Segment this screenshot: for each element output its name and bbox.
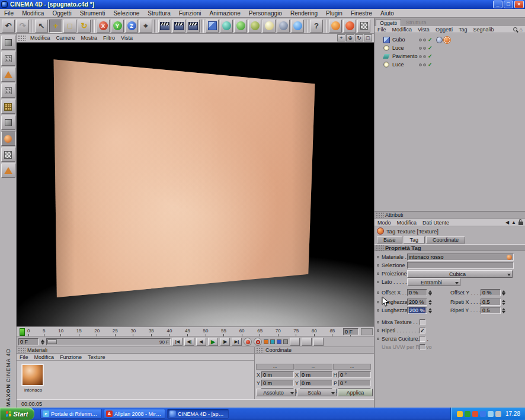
menu-finestre[interactable]: Finestre — [347, 9, 376, 17]
polygons-mode-icon[interactable] — [1, 116, 15, 130]
play-button[interactable]: ▶ — [208, 338, 218, 346]
live-selection-icon[interactable]: ↖ — [35, 20, 48, 33]
range-slider-handle[interactable] — [47, 339, 57, 344]
keyframe-selection-button[interactable] — [290, 338, 300, 346]
vp-menu-vista[interactable]: Vista — [118, 35, 136, 41]
object-row-luce1[interactable]: Luce ✓ — [374, 44, 525, 52]
texture-mode-icon[interactable] — [1, 132, 15, 146]
render-visibility-toggle[interactable] — [423, 63, 426, 66]
taskbar-item-allplan[interactable]: A Allplan 2008 - Mirco -... — [104, 409, 165, 419]
lunghezza-y-field[interactable]: 200 % — [407, 307, 427, 314]
current-frame-field[interactable]: 0 F — [18, 338, 39, 345]
anim-dot-icon[interactable] — [377, 301, 379, 303]
goto-end-button[interactable]: ▶| — [232, 338, 242, 346]
rotate-view-icon[interactable]: ↻ — [355, 34, 363, 41]
taskbar-item-portale[interactable]: e Portale di Riferimento... — [40, 409, 102, 419]
ripeti-y-field[interactable]: 0.5 — [481, 307, 501, 314]
playback-options-button[interactable] — [302, 338, 312, 346]
help-icon[interactable]: ? — [310, 20, 323, 33]
rotation-column-header[interactable]: ... — [333, 364, 371, 370]
prev-key-button[interactable]: ◀| — [184, 338, 194, 346]
tab-struttura[interactable]: Struttura — [402, 19, 430, 26]
anim-dot-icon[interactable] — [377, 291, 379, 294]
texture-axis-mode-icon[interactable] — [1, 148, 15, 162]
material-thumbnail[interactable] — [21, 364, 44, 386]
phong-tag-icon[interactable] — [436, 37, 443, 43]
edges-mode-icon[interactable] — [1, 100, 15, 114]
scale-tool-icon[interactable]: □ — [68, 21, 72, 30]
proiezione-dropdown[interactable]: Cubica — [407, 270, 513, 278]
add-light-icon[interactable] — [262, 20, 276, 33]
visibility-toggle[interactable] — [419, 63, 422, 66]
attr-menu-dati-utente[interactable]: Dati Utente — [420, 220, 452, 226]
om-menu-segnalib[interactable]: Segnalib — [470, 27, 497, 33]
menu-selezione[interactable]: Selezione — [109, 9, 143, 17]
mat-menu-file[interactable]: File — [17, 354, 31, 360]
ripeti-x-field[interactable]: 0.5 — [481, 299, 501, 306]
taskbar-item-cinema4d[interactable]: CINEMA 4D - [spugna... — [167, 409, 229, 419]
tab-tag[interactable]: Tag — [404, 236, 425, 243]
add-modeling-icon[interactable] — [248, 20, 261, 33]
tab-coordinate[interactable]: Coordinate — [426, 236, 465, 243]
size-y-field[interactable]: 0 m — [300, 380, 332, 386]
tray-shield-icon[interactable] — [457, 411, 463, 417]
autokey-button[interactable] — [254, 338, 262, 346]
lock-icon[interactable] — [518, 222, 523, 225]
maximize-view-icon[interactable]: □ — [364, 34, 372, 41]
panel-grip[interactable] — [18, 35, 26, 41]
timeline-range-slider[interactable]: 90 F — [46, 338, 171, 345]
lock-y-icon[interactable]: Y — [111, 20, 124, 33]
enabled-check-icon[interactable]: ✓ — [428, 45, 433, 51]
mat-menu-texture[interactable]: Texture — [85, 354, 108, 360]
layout-icon[interactable] — [357, 20, 370, 33]
history-back-icon[interactable]: ◀ — [505, 220, 509, 225]
uvw-checkbox[interactable] — [420, 344, 425, 350]
render-visibility-toggle[interactable] — [423, 47, 426, 50]
tray-update-icon[interactable] — [472, 411, 478, 417]
prev-frame-button[interactable]: ◀ — [196, 338, 206, 346]
menu-aiuto[interactable]: Aiuto — [376, 9, 398, 17]
add-spline-icon[interactable] — [220, 20, 233, 33]
workplane-icon[interactable] — [1, 68, 15, 82]
size-column-header[interactable]: ... — [294, 364, 332, 370]
materiale-field[interactable]: intonaco rosso — [407, 254, 514, 261]
enabled-check-icon[interactable]: ✓ — [428, 53, 433, 59]
anim-dot-icon[interactable] — [377, 281, 379, 283]
senza-cuciture-checkbox[interactable] — [420, 336, 425, 342]
history-up-icon[interactable]: ▲ — [511, 220, 516, 225]
menu-struttura[interactable]: Struttura — [143, 9, 174, 17]
menu-plugin[interactable]: Plugin — [322, 9, 347, 17]
enabled-check-icon[interactable]: ✓ — [428, 37, 433, 43]
snap-settings-icon[interactable] — [329, 20, 342, 33]
lock-x-icon[interactable]: X — [97, 20, 110, 33]
material-name[interactable]: intonaco — [18, 387, 49, 393]
lato-dropdown[interactable]: Entrambi — [407, 278, 460, 286]
tray-volume-icon[interactable] — [488, 411, 494, 417]
visibility-toggle[interactable] — [419, 39, 422, 41]
add-sky-icon[interactable] — [291, 20, 304, 33]
record-position-toggle[interactable] — [264, 339, 268, 344]
pan-view-icon[interactable]: + — [337, 34, 345, 41]
make-editable-icon[interactable] — [1, 36, 15, 50]
move-tool-icon[interactable]: + — [53, 21, 58, 30]
render-settings-icon[interactable] — [187, 20, 200, 33]
om-menu-tag[interactable]: Tag — [456, 27, 470, 33]
add-cube-icon[interactable] — [206, 20, 219, 33]
offset-x-field[interactable]: 0 % — [407, 289, 427, 296]
vp-menu-camere[interactable]: Camere — [53, 35, 78, 41]
frame-spinner[interactable] — [40, 338, 44, 345]
menu-funzioni[interactable]: Funzioni — [175, 9, 206, 17]
panel-grip[interactable] — [376, 212, 384, 218]
anim-dot-icon[interactable] — [377, 321, 379, 323]
visibility-toggle[interactable] — [419, 55, 422, 58]
ruler-end-grip[interactable] — [361, 328, 373, 335]
visibility-toggle[interactable] — [419, 47, 422, 50]
section-header[interactable]: Proprietà Tag — [374, 244, 525, 251]
menu-rendering[interactable]: Rendering — [286, 9, 322, 17]
om-menu-file[interactable]: File — [374, 27, 389, 33]
object-row-pavimento[interactable]: Pavimento ✓ — [374, 52, 525, 60]
vp-menu-modifica[interactable]: Modifica — [27, 35, 53, 41]
size-x-field[interactable]: 0 m — [300, 371, 332, 378]
lock-z-icon[interactable]: Z — [125, 20, 138, 33]
redo-icon[interactable]: ↷ — [16, 20, 29, 33]
